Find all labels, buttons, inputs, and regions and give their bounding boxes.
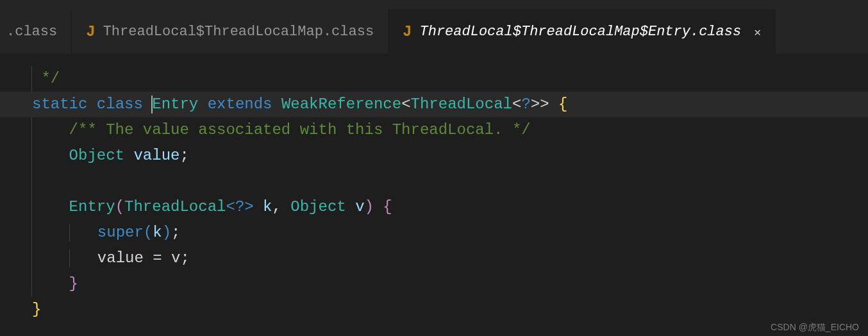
brace-token: { <box>374 198 392 215</box>
param-token: k <box>254 198 272 215</box>
code-line: /** The value associated with this Threa… <box>0 117 868 143</box>
tab-label: .class <box>6 24 57 40</box>
tab-bar: .class J ThreadLocal$ThreadLocalMap.clas… <box>0 10 868 55</box>
tab-threadlocalmap[interactable]: J ThreadLocal$ThreadLocalMap.class <box>72 10 388 54</box>
code-line: } <box>0 271 868 297</box>
tab-label: ThreadLocal$ThreadLocalMap.class <box>103 24 374 40</box>
keyword-token: super <box>97 224 144 241</box>
watermark-text: CSDN @虎猫_EICHO <box>771 322 859 333</box>
code-line: } <box>0 297 868 323</box>
semicolon-token: ; <box>171 224 180 241</box>
keyword-token: extends <box>208 96 272 113</box>
code-line: value = v; <box>0 246 868 271</box>
title-bar-strip <box>0 0 868 10</box>
code-line: */ <box>0 66 868 92</box>
comment-token: */ <box>41 70 60 87</box>
code-line: static class Entry extends WeakReference… <box>0 92 868 117</box>
code-line <box>0 169 868 194</box>
type-token: ThreadLocal <box>411 96 512 113</box>
code-line: super(k); <box>0 220 868 246</box>
tab-partial-class[interactable]: .class <box>0 10 72 54</box>
paren-token: ) <box>365 198 374 215</box>
code-line: Object value; <box>0 143 868 169</box>
type-token: Object <box>69 147 124 164</box>
code-line: Entry(ThreadLocal<?> k, Object v) { <box>0 194 868 220</box>
brace-token: { <box>549 96 568 113</box>
statement-token: value = v; <box>97 249 190 267</box>
keyword-token: class <box>97 96 143 113</box>
comment-token: /** The value associated with this Threa… <box>69 121 531 139</box>
paren-token: ( <box>144 224 153 241</box>
wildcard-token: ? <box>521 96 530 113</box>
paren-token: ( <box>115 198 124 215</box>
angle-token: < <box>401 96 410 113</box>
param-token: v <box>346 198 365 215</box>
type-token: Entry <box>152 96 198 113</box>
paren-token: ) <box>162 224 171 241</box>
variable-token: value <box>133 147 179 164</box>
angle-token: > <box>244 198 253 215</box>
angle-token: < <box>226 198 235 215</box>
brace-token: } <box>32 301 41 318</box>
wildcard-token: ? <box>235 198 244 215</box>
param-token: k <box>153 224 162 241</box>
semicolon-token: ; <box>179 147 188 164</box>
java-file-icon: J <box>403 23 412 40</box>
java-file-icon: J <box>86 23 95 40</box>
type-token: Object <box>290 198 346 215</box>
type-token: WeakReference <box>281 96 401 113</box>
type-token: ThreadLocal <box>124 198 226 215</box>
tab-label: ThreadLocal$ThreadLocalMap$Entry.class <box>420 24 742 40</box>
tab-entry-active[interactable]: J ThreadLocal$ThreadLocalMap$Entry.class… <box>388 10 776 54</box>
code-editor[interactable]: */ static class Entry extends WeakRefere… <box>0 55 868 323</box>
constructor-token: Entry <box>69 198 115 215</box>
angle-token: < <box>512 96 521 113</box>
keyword-token: static <box>32 96 87 113</box>
brace-token: } <box>69 275 78 292</box>
close-icon[interactable]: ✕ <box>754 25 761 39</box>
comma-token: , <box>272 198 291 215</box>
angle-token: >> <box>531 96 549 113</box>
